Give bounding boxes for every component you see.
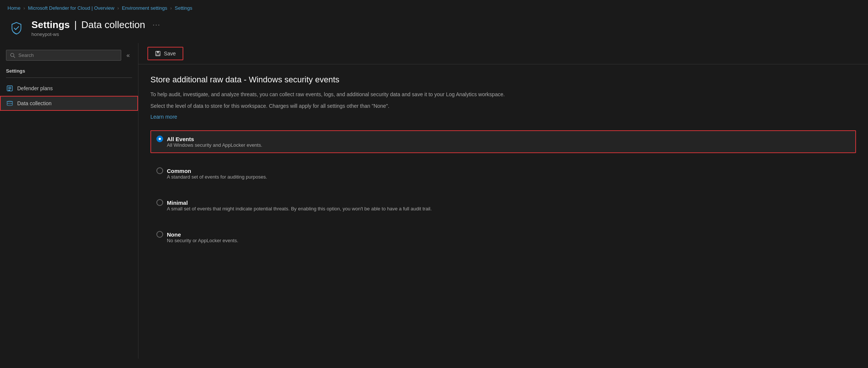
sidebar: « Settings Defender plans [0,43,138,359]
save-icon [155,51,161,57]
data-collection-icon [6,100,13,107]
breadcrumb-settings[interactable]: Settings [175,5,192,11]
radio-options: All Events All Windows security and AppL… [150,130,856,249]
breadcrumb: Home › Microsoft Defender for Cloud | Ov… [0,0,868,16]
sidebar-item-data-collection[interactable]: Data collection [0,96,138,111]
radio-label-none[interactable]: None [167,231,181,238]
radio-btn-none[interactable] [156,231,163,238]
learn-more-link[interactable]: Learn more [150,114,177,120]
breadcrumb-home[interactable]: Home [7,5,21,11]
radio-option-all-events-box: All Events All Windows security and AppL… [150,130,856,153]
page-header-title-area: Settings | Data collection ··· honeypot-… [31,19,163,37]
svg-rect-3 [8,87,11,88]
radio-option-all-events-header: All Events [156,136,850,142]
radio-option-none-header: None [156,231,850,238]
sidebar-item-defender-plans[interactable]: Defender plans [0,81,138,96]
radio-option-minimal-header: Minimal [156,199,850,206]
page-header-icon [7,19,25,37]
radio-btn-all-events[interactable] [156,136,163,142]
radio-option-common: Common A standard set of events for audi… [150,162,856,185]
search-input[interactable] [18,52,117,58]
sidebar-section-label: Settings [0,65,138,76]
radio-label-common[interactable]: Common [167,168,191,174]
sidebar-item-data-collection-label: Data collection [17,100,52,106]
section-title: Store additional raw data - Windows secu… [150,75,856,85]
radio-description-minimal: A small set of events that might indicat… [167,206,850,212]
breadcrumb-sep-2: › [117,6,119,11]
collapse-button[interactable]: « [124,51,132,60]
search-box[interactable] [6,50,121,61]
content-area: Save Store additional raw data - Windows… [138,43,868,359]
radio-label-minimal[interactable]: Minimal [167,200,188,206]
radio-option-common-box: Common A standard set of events for audi… [150,162,856,185]
page-subtitle: honeypot-ws [31,31,163,37]
radio-option-none-box: None No security or AppLocker events. [150,226,856,249]
radio-description-common: A standard set of events for auditing pu… [167,174,850,180]
description-text-2: Select the level of data to store for th… [150,102,599,110]
search-icon [10,53,15,58]
radio-option-common-header: Common [156,167,850,174]
breadcrumb-defender[interactable]: Microsoft Defender for Cloud | Overview [28,5,114,11]
main-container: « Settings Defender plans [0,43,868,359]
sidebar-divider [6,77,132,78]
breadcrumb-env-settings[interactable]: Environment settings [122,5,167,11]
radio-description-all-events: All Windows security and AppLocker event… [167,142,850,148]
radio-option-none: None No security or AppLocker events. [150,226,856,249]
page-title: Settings [31,19,70,31]
svg-rect-4 [8,88,11,89]
save-button[interactable]: Save [147,47,183,60]
breadcrumb-sep-3: › [170,6,172,11]
radio-option-minimal: Minimal A small set of events that might… [150,194,856,217]
radio-option-minimal-box: Minimal A small set of events that might… [150,194,856,217]
breadcrumb-sep-1: › [24,6,25,11]
radio-btn-minimal[interactable] [156,199,163,206]
defender-cloud-icon [10,21,23,35]
svg-rect-7 [157,51,159,53]
radio-btn-common[interactable] [156,167,163,174]
defender-plans-icon [6,85,13,92]
svg-line-1 [13,56,15,58]
page-title-section: Data collection [81,19,145,31]
sidebar-item-defender-plans-label: Defender plans [17,85,53,91]
radio-label-all-events[interactable]: All Events [167,136,194,142]
svg-rect-5 [8,90,10,91]
svg-rect-8 [156,54,159,55]
toolbar: Save [138,43,868,64]
page-title-pipe: | [74,19,77,31]
search-container: « [0,47,138,65]
save-button-label: Save [164,51,176,57]
radio-description-none: No security or AppLocker events. [167,238,850,243]
page-header: Settings | Data collection ··· honeypot-… [0,16,868,43]
radio-option-all-events: All Events All Windows security and AppL… [150,130,856,153]
description-text-1: To help audit, investigate, and analyze … [150,91,599,98]
content-body: Store additional raw data - Windows secu… [138,64,868,259]
page-header-title-row: Settings | Data collection ··· [31,19,163,31]
more-options-button[interactable]: ··· [150,19,163,30]
